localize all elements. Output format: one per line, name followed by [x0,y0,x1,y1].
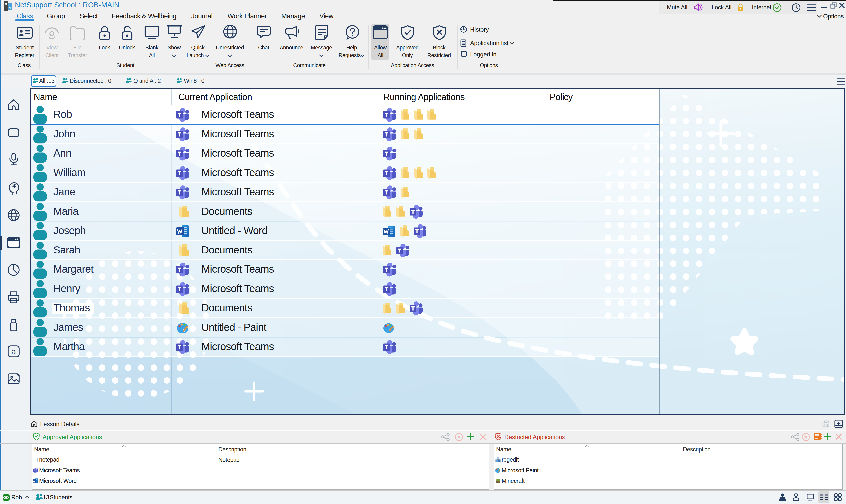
svg-text:a: a [12,346,16,356]
svg-text:s: s [9,6,12,11]
